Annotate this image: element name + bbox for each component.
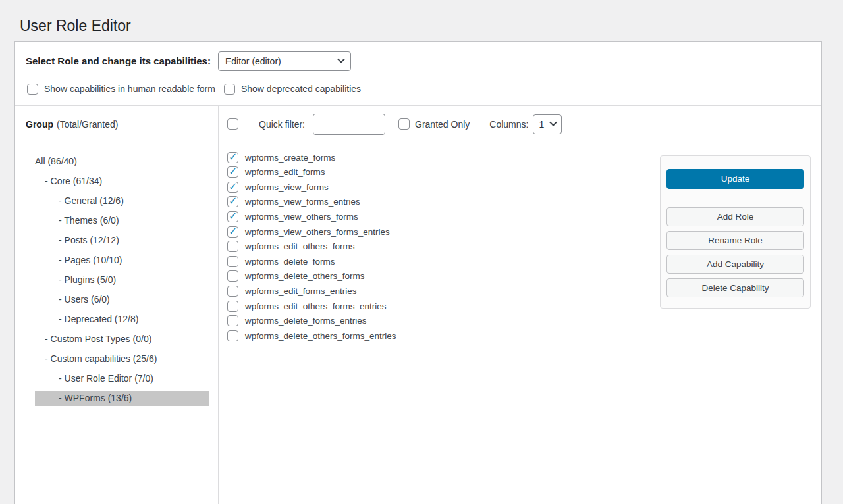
group-tree-item[interactable]: - Core (61/34) xyxy=(35,174,209,189)
capability-row: wpforms_edit_others_forms xyxy=(227,239,660,254)
group-tree-item[interactable]: - User Role Editor (7/0) xyxy=(35,371,209,386)
capability-checkbox[interactable] xyxy=(227,166,238,178)
human-readable-label[interactable]: Show capabilities in human readable form xyxy=(44,84,215,94)
capability-row: wpforms_view_forms_entries xyxy=(227,195,660,210)
capabilities-column: Quick filter: Granted Only Columns: 1 xyxy=(219,106,821,504)
delete-capability-button[interactable]: Delete Capability xyxy=(666,278,804,297)
human-readable-checkbox[interactable] xyxy=(27,84,38,95)
role-select-value: Editor (editor) xyxy=(225,56,281,66)
group-tree-item[interactable]: - Plugins (5/0) xyxy=(35,272,209,288)
capability-checkbox[interactable] xyxy=(227,182,238,193)
capability-checkbox[interactable] xyxy=(227,226,238,238)
capability-checkbox[interactable] xyxy=(227,256,238,267)
capability-row: wpforms_edit_others_forms_entries xyxy=(227,299,660,314)
capability-row: wpforms_view_forms xyxy=(227,180,660,195)
capability-checkbox[interactable] xyxy=(227,270,238,282)
capability-label[interactable]: wpforms_edit_forms xyxy=(245,167,325,177)
capability-label[interactable]: wpforms_delete_others_forms_entries xyxy=(245,331,396,341)
main-area: Group (Total/Granted) All (86/40)- Core … xyxy=(15,106,821,504)
actions-divider xyxy=(666,199,804,199)
groups-column: Group (Total/Granted) All (86/40)- Core … xyxy=(15,106,219,504)
deprecated-checkbox[interactable] xyxy=(224,84,235,95)
add-capability-button[interactable]: Add Capability xyxy=(666,255,804,274)
capability-checkbox[interactable] xyxy=(227,301,238,312)
user-role-editor-panel: Select Role and change its capabilities:… xyxy=(14,41,822,504)
human-readable-option: Show capabilities in human readable form xyxy=(27,84,215,95)
capability-checkbox[interactable] xyxy=(227,315,238,326)
rename-role-button[interactable]: Rename Role xyxy=(666,231,804,250)
capability-row: wpforms_delete_others_forms xyxy=(227,269,660,284)
capability-checkbox[interactable] xyxy=(227,196,238,207)
filter-bar: Quick filter: Granted Only Columns: 1 xyxy=(219,106,821,143)
chevron-down-icon xyxy=(337,55,344,63)
capabilities-content: wpforms_create_forms wpforms_edit_forms … xyxy=(219,143,821,504)
update-button[interactable]: Update xyxy=(666,169,804,189)
capability-label[interactable]: wpforms_view_forms_entries xyxy=(245,197,360,207)
granted-only-checkbox[interactable] xyxy=(398,118,410,130)
group-tree-item[interactable]: - Posts (12/12) xyxy=(35,233,209,248)
capability-label[interactable]: wpforms_delete_forms xyxy=(245,257,335,266)
group-header-subtitle: (Total/Granted) xyxy=(57,119,118,130)
group-tree-item[interactable]: - Users (6/0) xyxy=(35,292,209,307)
capability-label[interactable]: wpforms_delete_others_forms xyxy=(245,271,365,281)
capability-label[interactable]: wpforms_view_others_forms xyxy=(245,212,358,222)
columns-label: Columns: xyxy=(489,119,528,130)
select-all-checkbox[interactable] xyxy=(227,118,238,130)
group-tree-item[interactable]: - General (12/6) xyxy=(35,193,209,209)
quick-filter-input[interactable] xyxy=(313,114,385,135)
select-role-label: Select Role and change its capabilities: xyxy=(26,55,211,66)
deprecated-option: Show deprecated capabilities xyxy=(224,84,361,95)
capability-row: wpforms_create_forms xyxy=(227,150,660,165)
capability-label[interactable]: wpforms_edit_others_forms_entries xyxy=(245,301,387,311)
role-select[interactable]: Editor (editor) xyxy=(218,51,351,71)
granted-only-label[interactable]: Granted Only xyxy=(415,119,470,130)
capability-checkbox[interactable] xyxy=(227,211,238,222)
capability-label[interactable]: wpforms_view_others_forms_entries xyxy=(245,227,390,237)
capability-checkbox[interactable] xyxy=(227,152,238,163)
capability-row: wpforms_edit_forms xyxy=(227,164,660,180)
capability-label[interactable]: wpforms_edit_forms_entries xyxy=(245,286,357,296)
capabilities-list: wpforms_create_forms wpforms_edit_forms … xyxy=(227,150,660,343)
capability-groups-tree: All (86/40)- Core (61/34)- General (12/6… xyxy=(15,143,218,417)
capability-row: wpforms_delete_others_forms_entries xyxy=(227,328,660,343)
group-tree-item[interactable]: - WPForms (13/6) xyxy=(35,391,209,406)
page-title: User Role Editor xyxy=(20,16,843,36)
capability-row: wpforms_edit_forms_entries xyxy=(227,284,660,299)
deprecated-label[interactable]: Show deprecated capabilities xyxy=(241,84,361,94)
role-selection-section: Select Role and change its capabilities:… xyxy=(15,42,821,105)
group-header: Group (Total/Granted) xyxy=(15,106,218,143)
columns-select-value: 1 xyxy=(539,119,544,130)
granted-only-option: Granted Only xyxy=(398,118,470,130)
add-role-button[interactable]: Add Role xyxy=(666,207,804,226)
capability-checkbox[interactable] xyxy=(227,241,238,252)
capability-label[interactable]: wpforms_edit_others_forms xyxy=(245,241,355,251)
capability-row: wpforms_view_others_forms xyxy=(227,209,660,224)
group-tree-item[interactable]: - Custom capabilities (25/6) xyxy=(35,351,209,366)
capability-row: wpforms_delete_forms xyxy=(227,254,660,269)
capability-checkbox[interactable] xyxy=(227,330,238,341)
capability-row: wpforms_delete_forms_entries xyxy=(227,313,660,328)
capability-label[interactable]: wpforms_view_forms xyxy=(245,182,329,192)
capability-label[interactable]: wpforms_create_forms xyxy=(245,153,335,163)
actions-panel: Update Add Role Rename Role Add Capabili… xyxy=(660,155,811,309)
group-tree-item[interactable]: - Themes (6/0) xyxy=(35,213,209,228)
chevron-down-icon xyxy=(550,118,557,126)
group-tree-item[interactable]: - Custom Post Types (0/0) xyxy=(35,332,209,347)
capability-label[interactable]: wpforms_delete_forms_entries xyxy=(245,316,367,326)
group-header-title: Group xyxy=(26,119,53,130)
group-tree-item[interactable]: All (86/40) xyxy=(35,154,209,169)
columns-select[interactable]: 1 xyxy=(533,114,562,134)
group-tree-item[interactable]: - Deprecated (12/8) xyxy=(35,312,209,327)
capability-checkbox[interactable] xyxy=(227,286,238,297)
quick-filter-label: Quick filter: xyxy=(259,119,305,130)
group-tree-item[interactable]: - Pages (10/10) xyxy=(35,253,209,268)
capability-row: wpforms_view_others_forms_entries xyxy=(227,224,660,239)
